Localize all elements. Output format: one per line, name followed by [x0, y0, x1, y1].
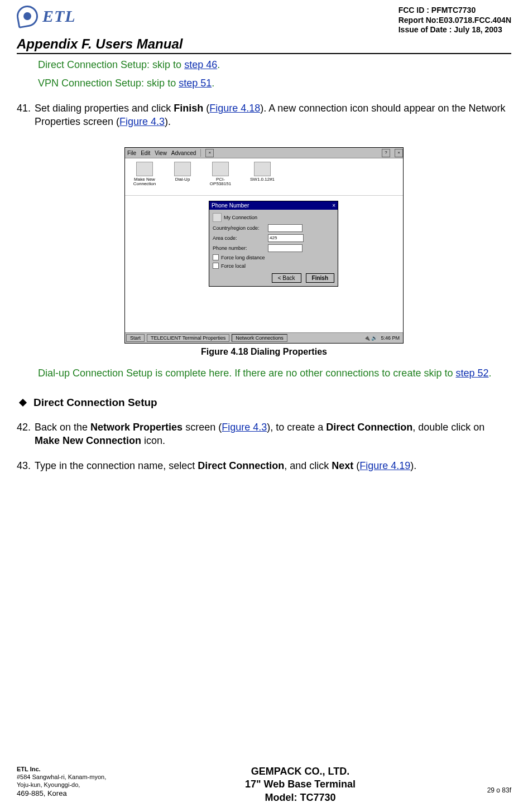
- fcc-id: FCC ID : PFMTC7730: [399, 6, 511, 16]
- link-figure-4-3[interactable]: Figure 4.3: [119, 116, 165, 127]
- taskbar-item-network[interactable]: Network Connections: [232, 334, 287, 342]
- text: .: [212, 78, 214, 89]
- menu-edit[interactable]: Edit: [141, 150, 150, 156]
- text: , and click: [284, 460, 332, 471]
- link-figure-4-3b[interactable]: Figure 4.3: [222, 422, 267, 433]
- text: ).: [410, 460, 416, 471]
- app-menubar: File Edit View Advanced × ? ×: [125, 148, 403, 158]
- connection-name-row: My Connection: [213, 213, 334, 222]
- checkbox-force-long[interactable]: [213, 254, 219, 260]
- connection-icon: [174, 162, 191, 176]
- clock: 5:46 PM: [378, 335, 402, 341]
- page-number: 29 o 83f: [455, 786, 511, 804]
- toolbar-icon[interactable]: ×: [205, 149, 214, 157]
- label-force-local: Force local: [221, 263, 246, 269]
- dialup-complete-note: Dial-up Connection Setup is complete her…: [30, 367, 508, 380]
- link-step-52[interactable]: step 52: [455, 368, 488, 379]
- icon-label: Make New Connection: [131, 177, 159, 186]
- logo-text: ETL: [42, 7, 76, 26]
- label-phone: Phone number:: [213, 245, 266, 251]
- text: icon.: [141, 435, 165, 446]
- dialog-phone-number: Phone Number × My Connection Country/reg…: [209, 201, 338, 287]
- step-number: 43.: [17, 460, 35, 472]
- text: .: [217, 59, 220, 70]
- bold: Direct Connection: [326, 422, 412, 433]
- text: Back on the: [35, 422, 90, 433]
- text: Direct Connection Setup: skip to: [38, 59, 184, 70]
- link-figure-4-19[interactable]: Figure 4.19: [359, 460, 410, 471]
- menu-file[interactable]: File: [127, 150, 136, 156]
- text: Type in the connection name, select: [35, 460, 198, 471]
- footer-addr-line: #584 Sangwhal-ri, Kanam-myon,: [17, 774, 106, 780]
- bold: Network Properties: [90, 422, 183, 433]
- link-figure-4-18[interactable]: Figure 4.18: [209, 103, 260, 114]
- label-area: Area code:: [213, 235, 266, 241]
- icon-make-new-connection[interactable]: Make New Connection: [131, 162, 159, 192]
- connection-name: My Connection: [224, 215, 257, 220]
- input-area[interactable]: 425: [268, 234, 304, 242]
- connection-icon: [213, 213, 222, 222]
- figure-caption: Figure 4.18 Dialing Properties: [17, 347, 511, 357]
- footer: ETL Inc. #584 Sangwhal-ri, Kanam-myon, Y…: [17, 765, 511, 804]
- step-number: 42.: [17, 421, 35, 447]
- step-43: 43. Type in the connection name, select …: [17, 460, 511, 472]
- label-force-long: Force long distance: [221, 255, 265, 260]
- text: , double click on: [412, 422, 484, 433]
- appendix-title: Appendix F. Users Manual: [17, 36, 511, 52]
- dialog-title-text: Phone Number: [212, 202, 249, 209]
- connection-icons: Make New Connection Dial-Up PCI-OP538151…: [125, 158, 403, 196]
- menu-view[interactable]: View: [155, 150, 167, 156]
- embedded-screenshot: File Edit View Advanced × ? × Make New C…: [124, 147, 404, 344]
- text: ).: [165, 116, 171, 127]
- header-rule: [17, 53, 511, 54]
- text: Set dialing properties and click: [35, 103, 174, 114]
- section-title: Direct Connection Setup: [33, 397, 157, 409]
- taskbar-item-terminal[interactable]: TELECLIENT Terminal Properties: [147, 334, 229, 342]
- menu-advanced[interactable]: Advanced: [171, 150, 196, 156]
- footer-addr-line: Yoju-kun, Kyounggi-do,: [17, 781, 80, 788]
- footer-company: ETL Inc.: [17, 766, 41, 772]
- icon-pci[interactable]: PCI-OP538151: [207, 162, 234, 192]
- step-42: 42. Back on the Network Properties scree…: [17, 421, 511, 447]
- figure-4-18: File Edit View Advanced × ? × Make New C…: [17, 147, 511, 357]
- text: (: [203, 103, 209, 114]
- icon-sw[interactable]: SW1.0.12#1: [250, 162, 275, 192]
- bold: Direct Connection: [198, 460, 284, 471]
- globe-icon: [15, 4, 40, 28]
- connection-icon: [136, 162, 153, 176]
- input-country[interactable]: [268, 224, 303, 232]
- icon-label: SW1.0.12#1: [250, 177, 275, 182]
- tray-icon[interactable]: 🔊: [371, 335, 377, 341]
- header-metadata: FCC ID : PFMTC7730 Report No:E03.0718.FC…: [399, 6, 511, 35]
- finish-button[interactable]: Finish: [306, 273, 334, 283]
- bold: Next: [332, 460, 353, 471]
- tray-icon[interactable]: 🔌: [364, 335, 370, 341]
- dialog-close-icon[interactable]: ×: [332, 202, 335, 209]
- input-phone[interactable]: [268, 244, 303, 252]
- text: VPN Connection Setup: skip to: [38, 78, 179, 89]
- link-step-46[interactable]: step 46: [184, 59, 217, 70]
- system-tray: 🔌 🔊 5:46 PM: [364, 335, 402, 341]
- help-icon[interactable]: ?: [382, 149, 390, 157]
- direct-setup-skip: Direct Connection Setup: skip to step 46…: [38, 59, 506, 71]
- logo: ETL: [17, 6, 76, 27]
- link-step-51[interactable]: step 51: [179, 78, 212, 89]
- text: Dial-up Connection Setup is complete her…: [38, 368, 455, 379]
- icon-dial-up[interactable]: Dial-Up: [174, 162, 191, 192]
- footer-model: Model: TC7730: [145, 791, 455, 804]
- start-button[interactable]: Start: [126, 334, 145, 342]
- checkbox-force-local[interactable]: [213, 263, 219, 269]
- vpn-setup-skip: VPN Connection Setup: skip to step 51.: [38, 77, 506, 90]
- report-no: Report No:E03.0718.FCC.404N: [399, 16, 511, 26]
- label-country: Country/region code:: [213, 225, 266, 231]
- text: screen (: [183, 422, 222, 433]
- footer-company-center: GEMPACK CO., LTD.: [145, 765, 455, 778]
- close-icon[interactable]: ×: [395, 149, 403, 157]
- issue-date: Issue of Date : July 18, 2003: [399, 25, 511, 35]
- bold: Finish: [174, 103, 203, 114]
- dialog-titlebar: Phone Number ×: [209, 201, 338, 210]
- footer-product: GEMPACK CO., LTD. 17" Web Base Terminal …: [145, 765, 455, 804]
- step-41: 41. Set dialing properties and click Fin…: [17, 102, 511, 128]
- back-button[interactable]: < Back: [272, 273, 301, 283]
- section-direct-connection: Direct Connection Setup: [17, 397, 511, 409]
